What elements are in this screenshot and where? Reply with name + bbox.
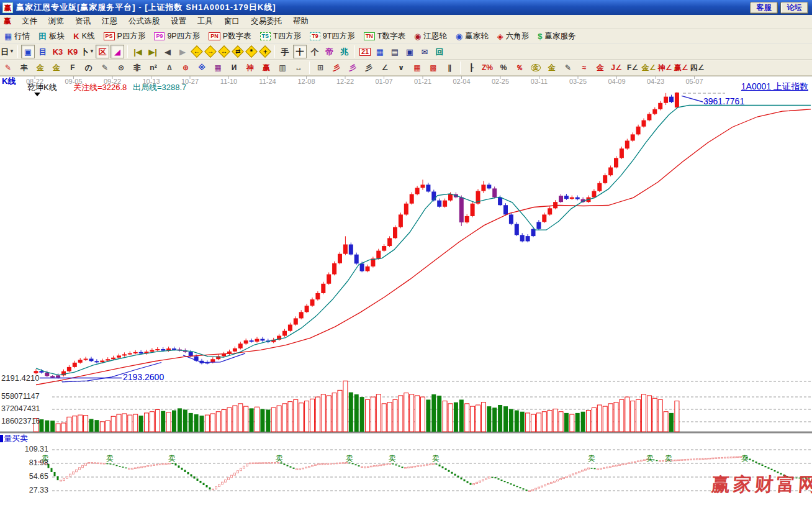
9t-square-button[interactable]: T99T四方形 [310, 31, 355, 42]
menu-browse[interactable]: 浏览 [43, 15, 70, 28]
menu-file[interactable]: 文件 [16, 15, 43, 28]
gann-wheel-button[interactable]: ◉江恩轮 [414, 31, 447, 42]
percent-line-tool[interactable]: ％ [512, 61, 527, 75]
menu-window[interactable]: 窗口 [219, 15, 245, 28]
calendar-button[interactable]: 21 [358, 45, 372, 58]
spiral-tool[interactable]: の [81, 61, 96, 75]
symbol-label[interactable]: 1A0001 上证指数 [741, 82, 808, 91]
ruler-grid-tool[interactable]: ▥ [275, 61, 290, 75]
comb-tool[interactable]: 丰 [17, 61, 32, 75]
zigzag-tool[interactable]: ∨ [394, 61, 408, 75]
shen-angle-tool[interactable]: 神∠ [657, 61, 672, 75]
box-cross-tool[interactable]: ⊞ [313, 61, 328, 75]
seek-first-button[interactable]: |◀ [131, 45, 145, 58]
indicator-name[interactable]: 乾坤K线 [27, 83, 57, 92]
step-forward-button[interactable]: ▶ [176, 45, 189, 58]
three-step-button[interactable]: K3 [51, 45, 65, 58]
j-angle-tool[interactable]: J∠ [609, 61, 624, 75]
web-mail-button[interactable]: ✉ [418, 45, 431, 58]
parallel-tool[interactable]: ∥ [442, 61, 457, 75]
menu-tools[interactable]: 工具 [192, 15, 219, 28]
t-table-button[interactable]: TNT数字表 [364, 31, 405, 42]
p-table-button[interactable]: PNP数字表 [209, 31, 251, 42]
pin-marker-button[interactable]: 个 [308, 45, 322, 58]
menu-gann[interactable]: 江恩 [96, 15, 123, 28]
candle-style-button[interactable]: 卜▼ [81, 45, 94, 58]
scale-bars-tool[interactable]: ┠ [464, 61, 479, 75]
gold-line-tool[interactable]: 金 [544, 61, 559, 75]
step-back-button[interactable]: ◀ [161, 45, 174, 58]
gann-grid-button[interactable]: 区 [96, 45, 109, 58]
red-grid-tool[interactable]: ▦ [410, 61, 425, 75]
save-button[interactable]: ▣ [403, 45, 417, 58]
nine-step-button[interactable]: K9 [66, 45, 79, 58]
ying-grid-tool[interactable]: 赢 [259, 61, 274, 75]
red-grid2-tool[interactable]: ▩ [426, 61, 441, 75]
comb2-tool[interactable]: 非 [130, 61, 145, 75]
gold-comb-tool[interactable]: 金 [33, 61, 48, 75]
red-fan-tool[interactable]: 彡 [329, 61, 344, 75]
ying-angle-tool[interactable]: 赢∠ [674, 61, 688, 75]
kline-chart[interactable]: 卖卖卖卖卖卖卖卖卖卖卖 [0, 76, 812, 505]
shift-left-diamond-button[interactable]: ← [191, 45, 203, 58]
gold-circle-tool[interactable]: 金 [528, 61, 543, 75]
gold-comb2-tool[interactable]: 金 [49, 61, 64, 75]
memo-button[interactable]: ▤ [388, 45, 402, 58]
compress-diamond-button[interactable]: ⇄ [232, 45, 244, 58]
pan-hand-button[interactable]: 手 [278, 45, 292, 58]
sectors-button[interactable]: 田板块 [38, 31, 65, 42]
menu-trade[interactable]: 交易委托 [245, 15, 287, 28]
calculator-button[interactable]: ▦ [373, 45, 387, 58]
t-square-button[interactable]: TST四方形 [260, 31, 302, 42]
menu-news[interactable]: 资讯 [70, 15, 96, 28]
plus-diamond-button[interactable]: ＋ [259, 45, 271, 58]
menu-formula-picker[interactable]: 公式选股 [123, 15, 165, 28]
triangle-tool[interactable]: ∆ [162, 61, 177, 75]
wave-line-tool[interactable]: ≈ [577, 61, 592, 75]
n-quote-tool[interactable]: И [227, 61, 241, 75]
forum-button[interactable]: 论坛 [780, 2, 808, 14]
fan-box-tool[interactable]: 彡 [345, 61, 360, 75]
winner-service-button[interactable]: $赢家服务 [538, 31, 575, 42]
pen-ruler-tool[interactable]: ✎ [97, 61, 112, 75]
gold-angle-tool[interactable]: 金∠ [641, 61, 656, 75]
red-pen-tool[interactable]: ✎ [1, 61, 16, 75]
p-square-button[interactable]: PSP四方形 [104, 31, 146, 42]
gann-clock-tool[interactable]: ⊙ [114, 61, 129, 75]
angle-lines-tool[interactable]: ∠ [377, 61, 392, 75]
stock-info-button[interactable]: 目 [36, 45, 50, 58]
remote-pc-button[interactable]: 回 [433, 45, 446, 58]
kline-button[interactable]: KK线 [73, 31, 94, 42]
indicator-dropdown-icon[interactable] [34, 93, 40, 96]
n2-tool[interactable]: n² [146, 61, 161, 75]
purple-grid-tool[interactable]: ▦ [210, 61, 225, 75]
starburst-tool[interactable]: ※ [194, 61, 209, 75]
span-arrows-tool[interactable]: ↔ [291, 61, 306, 75]
sub-indicator-name[interactable]: 量买卖 [0, 434, 28, 443]
menu-help[interactable]: 帮助 [287, 15, 314, 28]
target-tool[interactable]: ⊕ [178, 61, 193, 75]
four-angle-tool[interactable]: 四∠ [690, 61, 705, 75]
percent-z-tool[interactable]: Z% [480, 61, 495, 75]
expand-diamond-button[interactable]: ↔ [218, 45, 230, 58]
black-pen-tool[interactable]: ✎ [561, 61, 575, 75]
gann-flower-button[interactable]: 帝 [323, 45, 336, 58]
winner-wheel-button[interactable]: ◉赢家轮 [456, 31, 489, 42]
f-angle-tool[interactable]: F∠ [625, 61, 640, 75]
shen-grid-tool[interactable]: 神 [243, 61, 258, 75]
percent-tool[interactable]: % [496, 61, 511, 75]
profile-chart-button[interactable]: ◢ [111, 45, 124, 58]
shift-right-diamond-button[interactable]: → [204, 45, 217, 58]
star-diamond-button[interactable]: ＊ [245, 45, 258, 58]
gold-red-tool[interactable]: 金 [593, 61, 608, 75]
crosshair-button[interactable]: 十 [293, 45, 307, 58]
support-button[interactable]: 客服 [750, 2, 778, 14]
menu-settings[interactable]: 设置 [165, 15, 192, 28]
f-comb-tool[interactable]: F [65, 61, 80, 75]
seek-last-button[interactable]: ▶| [146, 45, 160, 58]
kline-period-button[interactable]: 日▼ [1, 45, 14, 58]
quotes-button[interactable]: ▦行情 [4, 31, 30, 42]
hexagon-button[interactable]: ◈六角形 [497, 31, 530, 42]
overlay-windows-button[interactable]: ▣ [21, 45, 35, 58]
fan-box2-tool[interactable]: 彡 [361, 61, 376, 75]
